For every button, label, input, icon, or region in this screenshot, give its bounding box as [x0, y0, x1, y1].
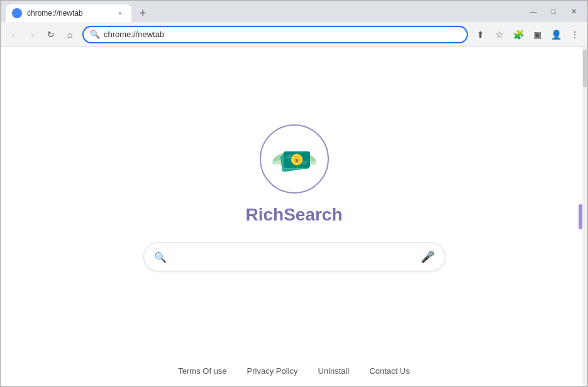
address-search-icon: 🔍: [90, 30, 100, 39]
tab-bar: chrome://newtab × +: [6, 1, 522, 22]
toolbar-actions: ⬆ ☆ 🧩 ▣ 👤 ⋮: [472, 26, 584, 43]
contact-link[interactable]: Contact Us: [369, 366, 409, 376]
tab-favicon: [12, 8, 22, 18]
active-tab[interactable]: chrome://newtab ×: [6, 4, 131, 22]
menu-icon: ⋮: [570, 30, 579, 40]
sidebar-icon: ▣: [533, 30, 541, 40]
new-tab-button[interactable]: +: [134, 4, 152, 22]
bookmark-icon: ☆: [496, 30, 504, 40]
privacy-link[interactable]: Privacy Policy: [247, 366, 298, 376]
svg-text:$: $: [295, 158, 298, 163]
window-controls: — □ ✕: [524, 5, 582, 18]
address-input[interactable]: [104, 30, 460, 39]
bookmark-button[interactable]: ☆: [491, 26, 508, 43]
main-content: $ RichSearch 🔍 🎤: [1, 47, 587, 386]
share-icon: ⬆: [477, 30, 484, 40]
scrollbar[interactable]: [582, 47, 587, 386]
search-input[interactable]: [173, 252, 414, 263]
search-icon: 🔍: [154, 251, 167, 263]
profile-icon: 👤: [551, 30, 562, 40]
title-bar: chrome://newtab × + — □ ✕: [1, 1, 587, 22]
terms-link[interactable]: Terms Of use: [178, 366, 226, 376]
sidebar-button[interactable]: ▣: [528, 26, 546, 43]
share-button[interactable]: ⬆: [472, 26, 489, 43]
side-edge-indicator: [579, 204, 582, 229]
address-bar[interactable]: 🔍: [82, 26, 468, 43]
window-close-button[interactable]: ✕: [565, 5, 582, 18]
forward-icon: ›: [31, 30, 34, 40]
profile-button[interactable]: 👤: [547, 26, 565, 43]
logo-svg: $: [272, 140, 316, 178]
logo-circle: $: [260, 124, 329, 194]
page-content: $ RichSearch 🔍 🎤 Terms Of use Privacy: [1, 47, 587, 386]
brand-name: RichSearch: [245, 205, 342, 225]
browser-toolbar: ‹ › ↻ ⌂ 🔍 ⬆ ☆ 🧩 ▣: [1, 22, 587, 47]
reload-icon: ↻: [47, 30, 55, 40]
minimize-button[interactable]: —: [524, 5, 542, 18]
browser-window: chrome://newtab × + — □ ✕ ‹ › ↻ ⌂ 🔍: [0, 0, 588, 387]
back-button[interactable]: ‹: [4, 26, 22, 43]
footer: Terms Of use Privacy Policy Uninstall Co…: [1, 355, 587, 386]
back-icon: ‹: [12, 30, 15, 40]
microphone-icon[interactable]: 🎤: [421, 250, 435, 264]
home-button[interactable]: ⌂: [61, 26, 79, 43]
extensions-button[interactable]: 🧩: [509, 26, 527, 43]
reload-button[interactable]: ↻: [42, 26, 60, 43]
tab-title: chrome://newtab: [27, 9, 110, 18]
search-box: 🔍 🎤: [143, 243, 445, 271]
uninstall-link[interactable]: Uninstall: [318, 366, 350, 376]
svg-point-0: [14, 10, 20, 16]
maximize-button[interactable]: □: [545, 5, 562, 18]
tab-close-button[interactable]: ×: [115, 8, 125, 18]
forward-button[interactable]: ›: [23, 26, 41, 43]
home-icon: ⌂: [67, 30, 72, 40]
scrollbar-thumb[interactable]: [583, 50, 587, 87]
menu-button[interactable]: ⋮: [566, 26, 584, 43]
extensions-icon: 🧩: [513, 30, 524, 40]
